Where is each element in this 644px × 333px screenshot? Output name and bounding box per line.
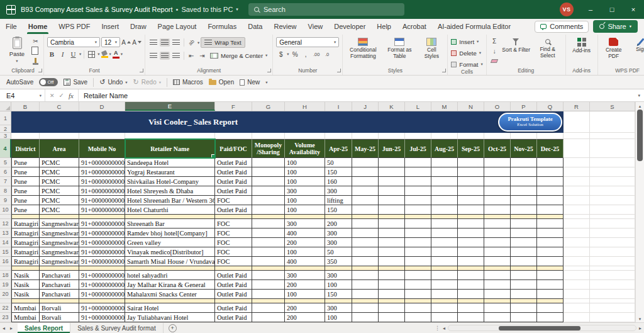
cell[interactable] [405,266,431,271]
cell[interactable] [564,299,590,303]
header-cell[interactable]: May-25 [352,139,379,158]
cell[interactable] [564,238,590,247]
cell[interactable]: 50 [325,247,352,257]
fill-color-chevron-icon[interactable]: ▾ [109,52,111,57]
align-bottom-icon[interactable] [171,38,181,47]
increase-indent-icon[interactable]: ⇥ [197,51,207,60]
cell[interactable]: Yograj Restaurant [125,167,215,177]
cell[interactable] [431,205,458,215]
cell[interactable] [511,280,537,290]
cell[interactable]: 150 [325,290,352,299]
cell[interactable]: Outlet Paid [215,186,252,196]
cell[interactable] [458,299,484,303]
cell[interactable] [484,133,511,139]
cell[interactable] [405,238,431,247]
cell[interactable] [431,177,458,186]
select-all-corner[interactable] [0,102,11,111]
cell[interactable]: Outlet Paid [215,167,252,177]
column-header-K[interactable]: K [379,102,405,111]
cell[interactable] [564,247,590,257]
cell[interactable] [590,303,635,313]
cell[interactable] [405,271,431,280]
cell[interactable] [405,177,431,186]
header-cell[interactable]: Paid/FOC [215,139,252,158]
row-header-12[interactable]: 12 [0,219,11,229]
cell[interactable]: Mahalaxmi Snacks Center [125,290,215,299]
cell[interactable]: Panchavati [40,290,79,299]
header-cell[interactable]: Aug-25 [431,139,458,158]
tab-developer[interactable]: Developer [328,19,371,34]
cell[interactable] [537,133,564,139]
cell[interactable] [325,299,352,303]
cell[interactable] [537,299,564,303]
tab-acrobat[interactable]: Acrobat [397,19,432,34]
cell[interactable] [511,299,537,303]
cell[interactable] [537,271,564,280]
cell[interactable] [352,186,379,196]
cell[interactable] [352,158,379,167]
borders-icon[interactable] [87,50,96,59]
styles-dialog-launcher[interactable] [442,69,446,72]
cell[interactable]: Green valley [125,238,215,247]
cell[interactable]: 100 [285,177,325,186]
cell[interactable] [458,196,484,205]
cell[interactable] [537,158,564,167]
italic-button[interactable]: I [58,50,67,59]
cell[interactable]: Shreenath Bar [125,219,215,229]
cell[interactable] [379,167,405,177]
cell[interactable] [564,205,590,215]
header-cell[interactable]: Mobile No [79,139,125,158]
cell[interactable] [431,196,458,205]
cell[interactable] [405,313,431,322]
create-pdf-button[interactable]: Create PDF [601,37,626,60]
bold-button[interactable]: B [47,50,57,59]
cell[interactable]: 200 [285,238,325,247]
cell[interactable]: Outlet Paid [215,290,252,299]
sign-button[interactable]: Sign [629,37,644,53]
cell[interactable]: 200 [285,303,325,313]
row-header-14[interactable]: 14 [0,238,11,247]
cell[interactable] [431,247,458,257]
search-box[interactable]: Search [248,3,404,16]
cell[interactable] [564,196,590,205]
cell[interactable] [431,313,458,322]
cell[interactable] [537,247,564,257]
cell[interactable] [458,303,484,313]
row-header-10[interactable]: 10 [0,205,11,215]
cell[interactable]: 100 [285,205,325,215]
cell[interactable] [484,257,511,266]
cell[interactable] [564,111,590,133]
fill-icon[interactable]: ↓ [490,47,499,55]
tab-wps-pdf[interactable]: WPS PDF [53,19,96,34]
cell[interactable] [458,247,484,257]
cell[interactable]: 91+0000000000 [79,257,125,266]
cell[interactable] [564,158,590,167]
cell-styles-button[interactable]: Cell Styles [419,37,444,60]
cell[interactable] [590,167,635,177]
cell[interactable] [564,215,590,219]
cell[interactable] [458,238,484,247]
header-cell[interactable]: Oct-25 [484,139,511,158]
cell[interactable] [252,280,285,290]
close-button[interactable]: × [623,0,644,19]
cell[interactable] [511,238,537,247]
cell[interactable]: Mumbai [11,303,40,313]
cell[interactable] [484,186,511,196]
autosave-toggle[interactable]: Off [39,78,58,86]
row-header-1[interactable]: 1 [0,111,11,125]
cell[interactable] [564,229,590,238]
cell[interactable] [511,247,537,257]
scroll-up-icon[interactable]: ▴ [639,104,641,108]
cell[interactable] [379,133,405,139]
cell[interactable] [511,303,537,313]
name-box[interactable]: E4 ▾ [0,89,45,101]
document-title[interactable]: B93 Company Asset Sales & Survey Audit R… [21,6,238,13]
cell[interactable]: 400 [285,229,325,238]
cell[interactable] [484,303,511,313]
cell[interactable]: Hotel Chaturthi [125,205,215,215]
cell[interactable]: 91+0000000000 [79,167,125,177]
cell[interactable] [511,313,537,322]
delete-cells-button[interactable]: Delete ▾ [451,48,482,57]
cell[interactable] [352,299,379,303]
cell[interactable] [405,186,431,196]
